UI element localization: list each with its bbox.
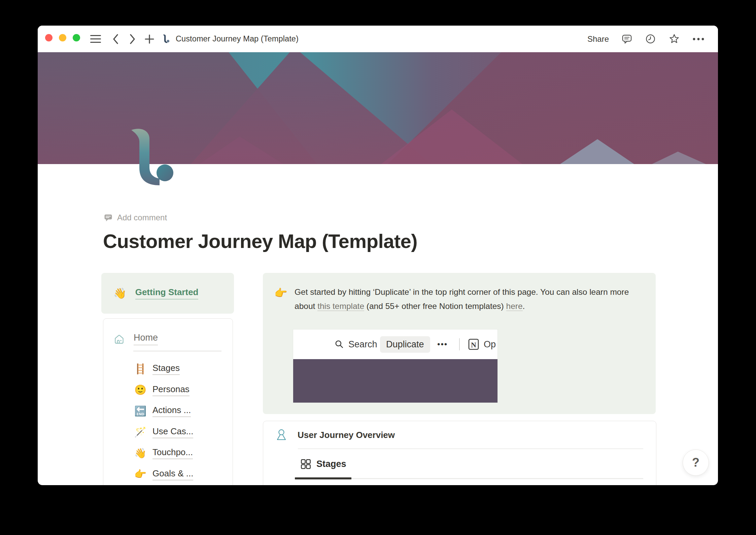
page-icon-logo[interactable] bbox=[131, 128, 178, 189]
this-template-link[interactable]: this template bbox=[317, 302, 364, 311]
menu-icon[interactable] bbox=[89, 26, 102, 52]
home-link-label[interactable]: Home bbox=[134, 333, 158, 345]
home-link-row[interactable]: Home bbox=[113, 332, 158, 346]
close-window-button[interactable] bbox=[45, 34, 53, 41]
embed-purple-banner bbox=[293, 359, 497, 403]
waving-hand-emoji: 👋 bbox=[134, 448, 146, 458]
page-title: Customer Journey Map (Template) bbox=[103, 230, 417, 252]
sidebar-item-actions[interactable]: 🔚 Actions ... bbox=[134, 401, 225, 422]
share-button[interactable]: Share bbox=[587, 34, 609, 44]
embed-search-label: Search bbox=[348, 329, 377, 359]
house-icon bbox=[113, 332, 126, 346]
back-icon[interactable] bbox=[110, 26, 122, 52]
tab-active-indicator bbox=[295, 477, 351, 479]
grid-icon bbox=[301, 459, 311, 469]
embed-toolbar: Search Duplicate ••• N Op bbox=[293, 329, 497, 359]
embed-more-label: ••• bbox=[437, 329, 448, 359]
embed-open-label: Op bbox=[484, 329, 496, 359]
home-card: Home 🪜 Stages 🙂 Personas 🔚 Actions ... 🪄… bbox=[103, 318, 233, 485]
screen: { "titlebar": { "title": "Customer Journ… bbox=[0, 0, 756, 535]
waving-hand-emoji: 👋 bbox=[113, 288, 127, 298]
app-window: Customer Journey Map (Template) Share bbox=[38, 26, 718, 485]
duplicate-instructions-callout: 👉 Get started by hitting ‘Duplicate’ in … bbox=[263, 273, 656, 414]
favorite-star-icon[interactable] bbox=[668, 33, 680, 45]
embed-search-icon bbox=[334, 329, 344, 359]
updates-clock-icon[interactable] bbox=[645, 33, 656, 44]
embed-notion-logo: N bbox=[468, 329, 480, 359]
embed-separator bbox=[459, 329, 460, 359]
svg-text:N: N bbox=[471, 341, 476, 349]
sidebar-item-stages[interactable]: 🪜 Stages bbox=[134, 358, 225, 380]
magic-wand-emoji: 🪄 bbox=[134, 427, 146, 437]
minimize-window-button[interactable] bbox=[59, 34, 66, 41]
pointing-right-emoji: 👉 bbox=[274, 288, 287, 298]
here-link[interactable]: here bbox=[506, 302, 523, 311]
divider bbox=[298, 448, 643, 449]
more-options-icon[interactable] bbox=[692, 37, 705, 41]
forward-icon[interactable] bbox=[126, 26, 138, 52]
sidebar-item-goals[interactable]: 👉 Goals & ... bbox=[134, 464, 225, 485]
overview-title: User Journey Overview bbox=[298, 430, 395, 440]
ladder-emoji: 🪜 bbox=[134, 364, 146, 374]
add-comment-label: Add comment bbox=[117, 213, 167, 222]
duplicate-hint-screenshot: Search Duplicate ••• N Op bbox=[293, 329, 497, 403]
sidebar-item-use-cases[interactable]: 🪄 Use Cas... bbox=[134, 422, 225, 443]
window-title: Customer Journey Map (Template) bbox=[176, 26, 299, 52]
embed-duplicate-button: Duplicate bbox=[380, 329, 430, 359]
add-comment-button[interactable]: Add comment bbox=[104, 213, 167, 222]
comment-bubble-icon bbox=[104, 213, 113, 222]
comments-icon[interactable] bbox=[621, 33, 632, 44]
help-button[interactable]: ? bbox=[683, 449, 709, 476]
person-icon bbox=[275, 428, 287, 442]
title-bar: Customer Journey Map (Template) Share bbox=[38, 26, 718, 52]
new-tab-icon[interactable] bbox=[143, 26, 156, 52]
user-journey-overview-card: User Journey Overview Stages bbox=[263, 421, 656, 485]
divider bbox=[133, 351, 221, 351]
smiley-emoji: 🙂 bbox=[134, 385, 146, 395]
getting-started-callout[interactable]: 👋 Getting Started bbox=[101, 273, 234, 314]
getting-started-link[interactable]: Getting Started bbox=[135, 287, 199, 300]
end-arrow-emoji: 🔚 bbox=[134, 406, 146, 416]
sidebar-item-personas[interactable]: 🙂 Personas bbox=[134, 380, 225, 401]
zoom-window-button[interactable] bbox=[73, 34, 80, 41]
tab-stages-label[interactable]: Stages bbox=[316, 459, 346, 469]
callout-text: Get started by hitting ‘Duplicate’ in th… bbox=[295, 285, 634, 313]
pointing-right-emoji: 👉 bbox=[134, 469, 146, 479]
sidebar-item-touchpoints[interactable]: 👋 Touchpo... bbox=[134, 443, 225, 464]
tab-stages[interactable]: Stages bbox=[301, 459, 346, 469]
page-favicon bbox=[161, 26, 172, 52]
